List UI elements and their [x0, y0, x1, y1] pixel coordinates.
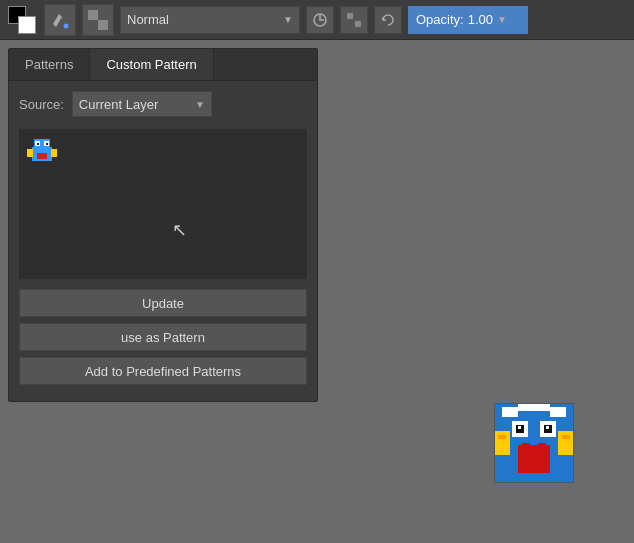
- svg-rect-37: [518, 447, 550, 451]
- source-row: Source: Current Layer ▼: [19, 91, 307, 117]
- svg-rect-20: [502, 407, 518, 417]
- tab-patterns[interactable]: Patterns: [9, 49, 90, 80]
- add-to-predefined-button[interactable]: Add to Predefined Patterns: [19, 357, 307, 385]
- svg-rect-39: [526, 463, 542, 467]
- svg-rect-2: [98, 20, 108, 30]
- opacity-label: Opacity:: [416, 12, 464, 27]
- svg-rect-6: [347, 13, 353, 19]
- layer-preview-sprite: [27, 137, 57, 168]
- panel-body: Source: Current Layer ▼: [9, 81, 317, 401]
- source-value: Current Layer: [79, 97, 158, 112]
- svg-rect-3: [98, 10, 108, 20]
- svg-rect-18: [51, 149, 57, 157]
- svg-rect-23: [494, 431, 510, 455]
- cursor-indicator: ↖: [172, 219, 187, 241]
- svg-rect-38: [522, 459, 546, 463]
- main-toolbar: Normal ▼ Opacity: 1.00 ▼: [0, 0, 634, 40]
- svg-rect-33: [546, 426, 549, 429]
- preview-area: ↖: [19, 129, 307, 279]
- svg-rect-16: [37, 153, 47, 159]
- use-as-pattern-button[interactable]: use as Pattern: [19, 323, 307, 351]
- svg-rect-32: [518, 426, 521, 429]
- source-dropdown[interactable]: Current Layer ▼: [72, 91, 212, 117]
- canvas-area: [330, 48, 634, 543]
- refresh-icon[interactable]: [374, 6, 402, 34]
- panel-tabs: Patterns Custom Pattern: [9, 49, 317, 81]
- svg-rect-9: [355, 21, 361, 27]
- svg-rect-7: [355, 13, 361, 19]
- opacity-control[interactable]: Opacity: 1.00 ▼: [408, 6, 528, 34]
- source-chevron-icon: ▼: [195, 99, 205, 110]
- source-label: Source:: [19, 97, 64, 112]
- custom-pattern-panel: Patterns Custom Pattern Source: Current …: [8, 48, 318, 402]
- svg-rect-1: [88, 10, 98, 20]
- update-button[interactable]: Update: [19, 289, 307, 317]
- chevron-down-icon: ▼: [283, 14, 293, 25]
- svg-rect-8: [347, 21, 353, 27]
- svg-rect-15: [46, 143, 48, 145]
- svg-rect-22: [518, 403, 550, 411]
- pattern-tool[interactable]: [82, 4, 114, 36]
- paint-bucket-tool[interactable]: [44, 4, 76, 36]
- blend-mode-dropdown[interactable]: Normal ▼: [120, 6, 300, 34]
- svg-rect-40: [530, 467, 538, 471]
- background-color[interactable]: [18, 16, 36, 34]
- svg-rect-26: [562, 435, 570, 439]
- svg-rect-14: [37, 143, 39, 145]
- canvas-sprite: [494, 403, 574, 483]
- svg-rect-21: [550, 407, 566, 417]
- svg-rect-24: [558, 431, 574, 455]
- tab-custom-pattern[interactable]: Custom Pattern: [90, 49, 213, 80]
- svg-rect-17: [27, 149, 33, 157]
- fg-bg-colors[interactable]: [6, 4, 38, 36]
- blend-mode-value: Normal: [127, 12, 169, 27]
- reset-icon[interactable]: [306, 6, 334, 34]
- opacity-chevron-icon: ▼: [497, 14, 507, 25]
- svg-rect-25: [498, 435, 506, 439]
- svg-rect-4: [88, 20, 98, 30]
- foreground-pattern-icon[interactable]: [340, 6, 368, 34]
- svg-point-0: [64, 23, 69, 28]
- opacity-value: 1.00: [468, 12, 493, 27]
